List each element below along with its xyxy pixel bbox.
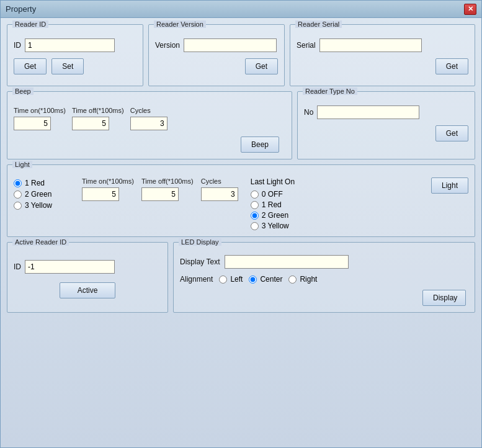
align-left-group: Left xyxy=(219,275,243,284)
reader-id-input[interactable] xyxy=(25,38,115,52)
property-window: Property ✕ Reader ID ID Get Set Reader V… xyxy=(0,0,482,448)
reader-version-input[interactable] xyxy=(184,38,277,52)
reader-id-label: ID xyxy=(14,41,21,50)
last-light-green-radio[interactable] xyxy=(251,212,259,220)
display-text-label: Display Text xyxy=(180,258,220,266)
active-reader-id-label: ID xyxy=(14,262,21,271)
last-light-section: Last Light On 0 OFF 1 Red 2 Green xyxy=(251,177,468,230)
align-left-radio[interactable] xyxy=(219,276,227,284)
active-reader-panel: Active Reader ID ID Active xyxy=(7,242,168,313)
light-time-on-label: Time on(*100ms) xyxy=(82,177,134,185)
last-light-group: Last Light On 0 OFF 1 Red 2 Green xyxy=(251,177,421,230)
align-right-group: Right xyxy=(288,275,317,284)
active-reader-id-input[interactable] xyxy=(25,260,115,274)
window-title: Property xyxy=(6,4,36,14)
alignment-label: Alignment xyxy=(180,275,213,284)
led-display-panel: LED Display Display Text Alignment Left xyxy=(173,242,475,313)
reader-id-panel-title: Reader ID xyxy=(12,20,48,28)
reader-serial-input[interactable] xyxy=(319,38,422,52)
reader-type-no-label: No xyxy=(304,108,313,117)
align-center-radio[interactable] xyxy=(249,276,257,284)
beep-time-on-input[interactable] xyxy=(14,117,51,130)
reader-version-panel-title: Reader Version xyxy=(154,20,206,28)
light-color-group: 1 Red 2 Green 3 Yellow xyxy=(14,177,69,210)
last-light-yellow-radio[interactable] xyxy=(251,222,259,230)
beep-cycles-input[interactable] xyxy=(130,117,167,130)
light-button-container: Light xyxy=(431,177,468,195)
beep-time-on-label: Time on(*100ms) xyxy=(14,107,66,114)
title-bar: Property ✕ xyxy=(1,1,481,18)
align-right-radio[interactable] xyxy=(288,276,297,284)
last-light-green-label: 2 Green xyxy=(262,211,288,220)
reader-id-panel: Reader ID ID Get Set xyxy=(7,24,143,86)
main-content: Reader ID ID Get Set Reader Version Vers… xyxy=(1,18,481,447)
display-text-input[interactable] xyxy=(225,255,349,269)
active-button[interactable]: Active xyxy=(60,282,115,298)
beep-time-off-input[interactable] xyxy=(72,117,109,130)
reader-type-get-button[interactable]: Get xyxy=(435,125,468,141)
reader-version-panel: Reader Version Version Get xyxy=(148,24,285,86)
light-panel: Light 1 Red 2 Green 3 Yellow xyxy=(7,164,475,237)
beep-cycles-label: Cycles xyxy=(130,107,167,114)
reader-id-set-button[interactable]: Set xyxy=(51,58,84,74)
last-light-red-radio[interactable] xyxy=(251,201,259,209)
light-time-off-input[interactable] xyxy=(141,187,179,201)
light-yellow-radio[interactable] xyxy=(14,202,22,210)
align-center-group: Center xyxy=(249,275,282,284)
light-button[interactable]: Light xyxy=(431,177,468,194)
light-green-label: 2 Green xyxy=(25,190,51,199)
reader-version-get-button[interactable]: Get xyxy=(245,58,278,74)
beep-button[interactable]: Beep xyxy=(241,137,279,153)
display-button[interactable]: Display xyxy=(422,290,466,306)
light-red-radio[interactable] xyxy=(14,179,22,187)
reader-serial-label: Serial xyxy=(297,41,316,50)
active-reader-panel-title: Active Reader ID xyxy=(12,238,69,246)
led-display-panel-title: LED Display xyxy=(179,238,221,246)
last-light-yellow-label: 3 Yellow xyxy=(262,222,289,230)
last-light-off-radio[interactable] xyxy=(251,190,259,199)
last-light-off-label: 0 OFF xyxy=(262,190,283,199)
reader-version-label: Version xyxy=(155,41,180,50)
light-time-off-label: Time off(*100ms) xyxy=(141,177,194,185)
light-cycles-label: Cycles xyxy=(201,177,238,185)
light-timing-group: Time on(*100ms) Time off(*100ms) Cycles xyxy=(82,177,238,201)
light-cycles-input[interactable] xyxy=(201,187,238,201)
reader-type-no-input[interactable] xyxy=(317,105,419,119)
top-panels-row: Reader ID ID Get Set Reader Version Vers… xyxy=(7,24,475,86)
light-panel-title: Light xyxy=(12,161,32,168)
last-light-red-label: 1 Red xyxy=(262,200,282,209)
beep-panel-title: Beep xyxy=(12,87,33,95)
beep-panel: Beep Time on(*100ms) Time off(*100ms) Cy… xyxy=(7,91,292,159)
middle-panels-row: Beep Time on(*100ms) Time off(*100ms) Cy… xyxy=(7,91,475,159)
light-time-on-input[interactable] xyxy=(82,187,119,201)
close-button[interactable]: ✕ xyxy=(464,4,476,15)
align-left-label: Left xyxy=(230,275,243,284)
reader-type-panel: Reader Type No No Get xyxy=(297,91,475,159)
light-yellow-label: 3 Yellow xyxy=(25,201,52,210)
light-green-radio[interactable] xyxy=(14,190,22,199)
last-light-on-label: Last Light On xyxy=(251,177,421,186)
beep-time-off-label: Time off(*100ms) xyxy=(72,107,124,114)
light-red-label: 1 Red xyxy=(25,179,45,187)
bottom-panels-row: Active Reader ID ID Active LED Display D… xyxy=(7,242,475,313)
reader-id-get-button[interactable]: Get xyxy=(14,58,47,74)
reader-serial-panel: Reader Serial Serial Get xyxy=(290,24,475,86)
reader-serial-panel-title: Reader Serial xyxy=(295,20,342,28)
reader-type-panel-title: Reader Type No xyxy=(303,87,357,95)
align-center-label: Center xyxy=(260,275,282,284)
reader-serial-get-button[interactable]: Get xyxy=(435,58,468,74)
align-right-label: Right xyxy=(300,275,317,284)
